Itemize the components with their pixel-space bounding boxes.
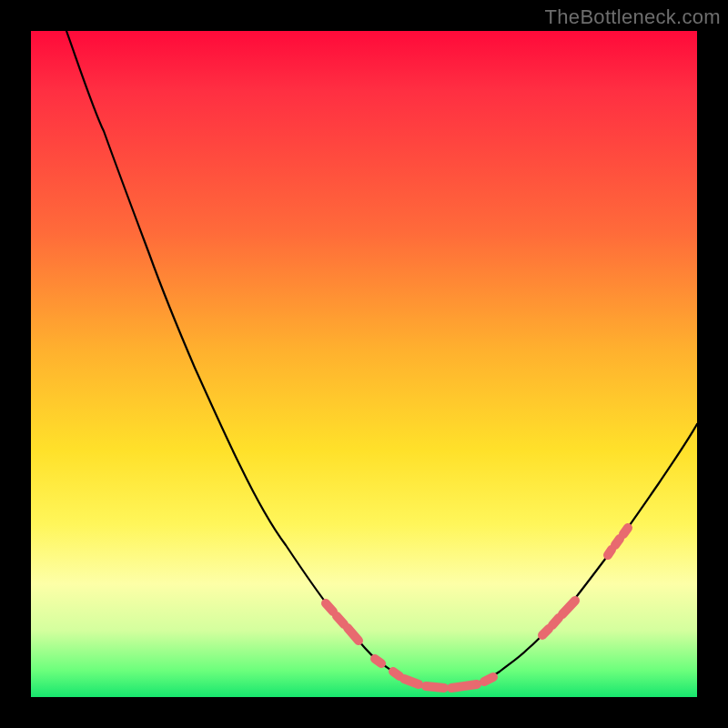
svg-line-7 xyxy=(451,684,477,688)
svg-line-9 xyxy=(542,629,549,635)
svg-line-11 xyxy=(562,601,575,614)
svg-line-1 xyxy=(337,616,344,624)
svg-line-6 xyxy=(426,686,444,688)
watermark-text: TheBottleneck.com xyxy=(545,5,721,29)
highlight-dashes xyxy=(326,528,628,688)
svg-line-0 xyxy=(326,603,333,612)
bottleneck-curve xyxy=(66,31,697,688)
chart-frame: TheBottleneck.com xyxy=(0,0,728,728)
svg-line-12 xyxy=(608,550,612,555)
svg-line-5 xyxy=(404,679,419,684)
svg-line-2 xyxy=(348,628,359,641)
svg-line-8 xyxy=(484,677,493,682)
svg-line-13 xyxy=(615,539,620,545)
plot-area xyxy=(31,31,697,697)
svg-line-3 xyxy=(375,659,381,663)
svg-line-4 xyxy=(393,672,399,676)
curve-svg xyxy=(31,31,697,697)
svg-line-14 xyxy=(623,528,628,534)
svg-line-10 xyxy=(552,618,559,625)
